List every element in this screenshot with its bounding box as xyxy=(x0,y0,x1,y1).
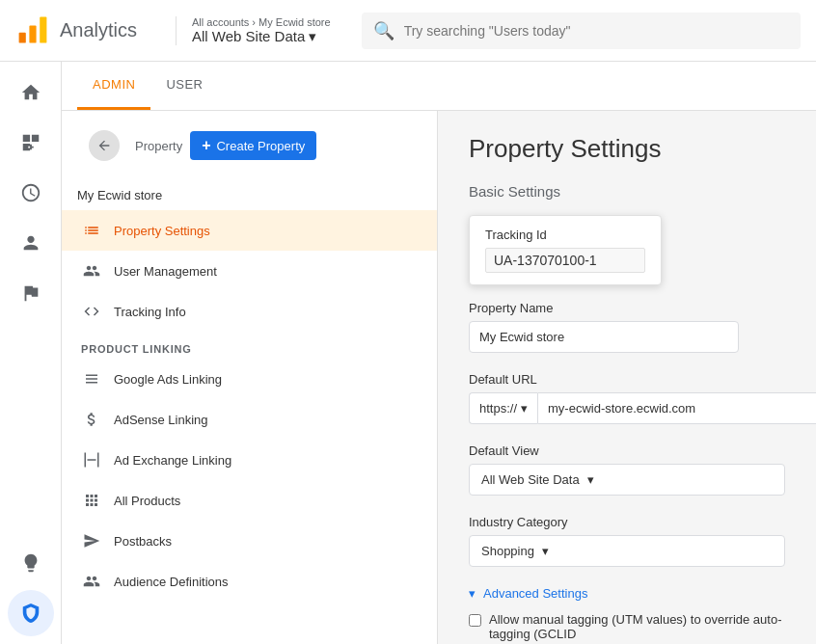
audience-definitions-icon xyxy=(81,571,102,592)
create-property-button[interactable]: + Create Property xyxy=(190,131,316,160)
industry-category-label: Industry Category xyxy=(469,515,785,529)
page-title: Property Settings xyxy=(469,134,785,164)
property-label: Property xyxy=(135,139,182,153)
nav-home-button[interactable] xyxy=(8,69,54,116)
chevron-down-icon: ▾ xyxy=(587,472,594,487)
sidebar-adsense-label: AdSense Linking xyxy=(114,413,208,427)
search-bar: 🔍 xyxy=(362,13,801,49)
advanced-tagging-row: Allow manual tagging (UTM values) to ove… xyxy=(469,612,785,641)
nav-light-bulb-button[interactable] xyxy=(8,540,54,586)
adsense-icon xyxy=(81,409,102,430)
advanced-tagging-checkbox[interactable] xyxy=(469,614,481,627)
sidebar-item-property-settings[interactable]: Property Settings xyxy=(62,210,437,251)
chevron-down-icon: ▾ xyxy=(542,544,549,558)
nav-icons-bottom xyxy=(8,540,54,644)
plus-icon: + xyxy=(202,137,210,154)
property-name-input[interactable] xyxy=(469,321,739,353)
breadcrumb: All accounts › My Ecwid store xyxy=(192,16,331,28)
advanced-settings-label: Advanced Settings xyxy=(483,586,587,601)
tracking-id-label: Tracking Id xyxy=(485,228,645,242)
main-content: ADMIN USER Property + Create Property xyxy=(62,62,816,644)
default-url-group: Default URL https:// ▾ xyxy=(469,372,785,424)
ad-exchange-icon xyxy=(81,449,102,470)
property-name-group: Property Name xyxy=(469,301,785,353)
advanced-tagging-label: Allow manual tagging (UTM values) to ove… xyxy=(489,612,785,641)
tab-admin[interactable]: ADMIN xyxy=(77,62,150,110)
nav-icons xyxy=(0,62,62,644)
sidebar: Property + Create Property My Ecwid stor… xyxy=(62,111,438,644)
collapse-sidebar-button[interactable] xyxy=(89,130,120,161)
logo-area: Analytics xyxy=(15,13,160,48)
svg-rect-0 xyxy=(19,32,26,42)
tabs: ADMIN USER xyxy=(62,62,816,111)
account-dropdown-label: All Web Site Data xyxy=(192,28,305,44)
tracking-id-section: Tracking Id UA-137070100-1 xyxy=(469,215,785,285)
url-domain-input[interactable] xyxy=(537,392,816,424)
store-name-label: My Ecwid store xyxy=(62,180,437,210)
tab-user[interactable]: USER xyxy=(150,62,218,110)
basic-settings-label: Basic Settings xyxy=(469,183,785,200)
sidebar-audience-def-label: Audience Definitions xyxy=(114,575,229,589)
analytics-logo-icon xyxy=(15,13,50,48)
sidebar-item-ad-exchange[interactable]: Ad Exchange Linking xyxy=(62,440,437,480)
code-icon xyxy=(81,301,102,322)
sidebar-property-settings-label: Property Settings xyxy=(114,224,210,238)
svg-rect-2 xyxy=(40,16,46,42)
create-property-label: Create Property xyxy=(216,139,305,153)
postbacks-icon xyxy=(81,530,102,551)
account-selector: All accounts › My Ecwid store All Web Si… xyxy=(176,16,346,45)
chevron-down-icon: ▾ xyxy=(521,401,528,416)
sidebar-item-postbacks[interactable]: Postbacks xyxy=(62,521,437,561)
sidebar-tracking-info-label: Tracking Info xyxy=(114,305,186,319)
nav-dashboard-button[interactable] xyxy=(8,120,54,166)
default-view-value: All Web Site Data xyxy=(481,472,580,487)
sidebar-item-google-ads[interactable]: Google Ads Linking xyxy=(62,359,437,399)
sidebar-google-ads-label: Google Ads Linking xyxy=(114,372,222,387)
topbar: Analytics All accounts › My Ecwid store … xyxy=(0,0,816,62)
sidebar-user-management-label: User Management xyxy=(114,264,217,279)
main-panel: Property Settings Basic Settings Trackin… xyxy=(438,111,816,644)
industry-category-group: Industry Category Shopping ▾ xyxy=(469,515,785,567)
url-protocol-label: https:// xyxy=(479,401,517,416)
all-products-icon xyxy=(81,490,102,511)
chevron-down-icon: ▾ xyxy=(309,28,316,45)
product-linking-section-label: PRODUCT LINKING xyxy=(62,332,437,359)
sidebar-header: Property + Create Property xyxy=(62,111,437,180)
default-view-label: Default View xyxy=(469,443,785,458)
google-ads-icon xyxy=(81,368,102,389)
property-name-label: Property Name xyxy=(469,301,785,315)
sidebar-item-adsense[interactable]: AdSense Linking xyxy=(62,399,437,440)
chevron-down-icon: ▾ xyxy=(469,586,476,601)
content-area: Property + Create Property My Ecwid stor… xyxy=(62,111,816,644)
svg-rect-1 xyxy=(29,25,36,42)
sidebar-item-tracking-info[interactable]: Tracking Info xyxy=(62,291,437,332)
tracking-id-tooltip: Tracking Id UA-137070100-1 xyxy=(469,215,662,285)
default-url-label: Default URL xyxy=(469,372,785,387)
sidebar-item-all-products[interactable]: All Products xyxy=(62,480,437,521)
nav-audience-button[interactable] xyxy=(8,220,54,266)
app-title: Analytics xyxy=(60,19,137,41)
nav-reports-button[interactable] xyxy=(8,170,54,216)
industry-category-dropdown[interactable]: Shopping ▾ xyxy=(469,535,785,567)
account-dropdown[interactable]: All Web Site Data ▾ xyxy=(192,28,331,45)
sidebar-item-audience-definitions[interactable]: Audience Definitions xyxy=(62,561,437,602)
sidebar-postbacks-label: Postbacks xyxy=(114,534,172,549)
advanced-settings-header[interactable]: ▾ Advanced Settings xyxy=(469,586,785,601)
url-input-group: https:// ▾ xyxy=(469,392,816,424)
default-view-group: Default View All Web Site Data ▾ xyxy=(469,443,785,496)
nav-goals-button[interactable] xyxy=(8,270,54,316)
industry-category-value: Shopping xyxy=(481,544,534,558)
layout: ADMIN USER Property + Create Property xyxy=(0,62,816,644)
sidebar-ad-exchange-label: Ad Exchange Linking xyxy=(114,453,231,468)
sidebar-all-products-label: All Products xyxy=(114,494,180,508)
nav-admin-button[interactable] xyxy=(8,590,54,636)
search-input[interactable] xyxy=(404,23,789,39)
url-protocol-dropdown[interactable]: https:// ▾ xyxy=(469,392,537,424)
default-view-dropdown[interactable]: All Web Site Data ▾ xyxy=(469,464,785,496)
tracking-id-value: UA-137070100-1 xyxy=(485,248,645,273)
people-icon xyxy=(81,260,102,282)
list-icon xyxy=(81,220,102,241)
sidebar-item-user-management[interactable]: User Management xyxy=(62,251,437,291)
search-icon: 🔍 xyxy=(373,20,394,41)
